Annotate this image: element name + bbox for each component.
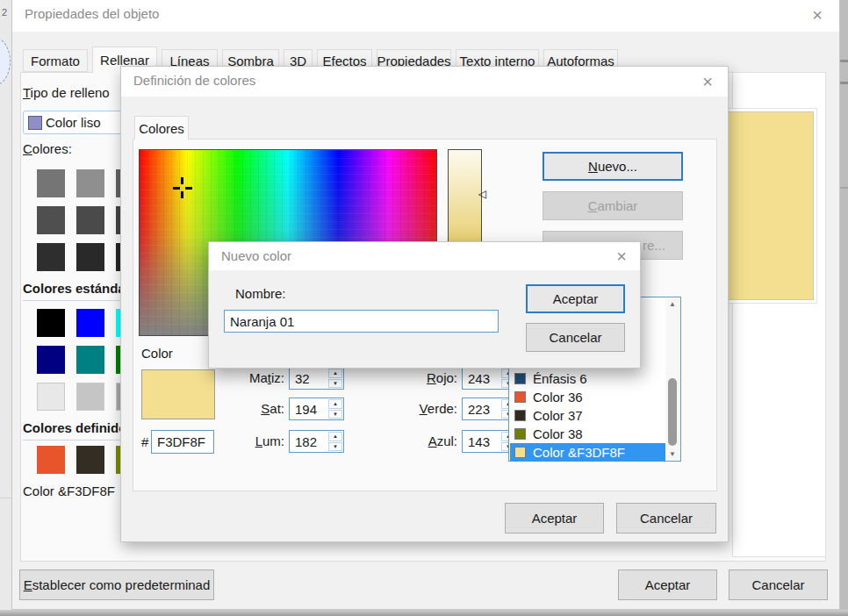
close-icon[interactable]: ×: [698, 73, 717, 90]
defined-colors-heading: Colores definidos: [23, 420, 134, 435]
definition-accept-button[interactable]: Aceptar: [505, 503, 604, 534]
ruler-number: 2: [2, 7, 7, 18]
name-label: Nombre:: [235, 286, 286, 301]
palette-swatch[interactable]: [37, 243, 65, 271]
fill-type-label: Tipo de relleno: [23, 85, 110, 100]
canvas-background-right: [840, 0, 848, 616]
selected-color-name: Color &F3DF8F: [23, 483, 115, 498]
hue-label: Matiz:: [226, 370, 284, 385]
main-cancel-button[interactable]: Cancelar: [729, 569, 828, 600]
color-list-item[interactable]: Color 38: [510, 425, 665, 443]
color-name-input[interactable]: Naranja 01: [224, 310, 499, 333]
saturation-row: Sat: 194 ▲▼: [226, 398, 344, 420]
value-marker-icon: ◁: [478, 189, 486, 199]
main-accept-button[interactable]: Aceptar: [618, 569, 717, 600]
hex-prefix-label: #: [141, 434, 148, 449]
palette-swatch[interactable]: [76, 243, 104, 271]
spin-down-icon[interactable]: ▼: [328, 442, 342, 452]
luminance-spinner: ▲▼: [328, 432, 342, 451]
red-row: Rojo: 243 ▲▼: [399, 367, 517, 390]
color-list-item-selected[interactable]: Color &F3DF8F: [510, 443, 665, 462]
definition-cancel-button[interactable]: Cancelar: [616, 503, 716, 534]
scroll-down-icon[interactable]: ▼: [665, 448, 679, 460]
new-color-cancel-button[interactable]: Cancelar: [526, 323, 625, 352]
color-group-label: Color: [141, 346, 173, 361]
hue-row: Matiz: 32 ▲▼: [226, 367, 344, 390]
standard-swatch[interactable]: [37, 383, 65, 411]
standard-swatch[interactable]: [76, 383, 104, 411]
close-icon[interactable]: ×: [612, 247, 631, 265]
list-swatch: [514, 410, 526, 421]
green-row: Verde: 223 ▲▼: [399, 398, 517, 420]
spin-up-icon[interactable]: ▲: [328, 369, 342, 378]
luminance-label: Lum:: [226, 433, 284, 448]
luminance-row: Lum: 182 ▲▼: [226, 430, 344, 453]
new-color-title: Nuevo color: [221, 248, 291, 263]
list-swatch: [514, 391, 526, 403]
spin-down-icon[interactable]: ▼: [328, 410, 342, 419]
defined-swatch[interactable]: [76, 446, 104, 474]
saturation-spinner: ▲▼: [328, 399, 342, 419]
tab-formato[interactable]: Formato: [23, 49, 88, 72]
screenshot-stage: 2 Propiedades del objeto × Formato Relle…: [0, 0, 848, 616]
propiedades-titlebar[interactable]: Propiedades del objeto ×: [12, 0, 839, 32]
tab-colores[interactable]: Colores: [134, 116, 189, 140]
standard-colors-heading: Colores estándar: [23, 281, 131, 296]
background-mark: [840, 82, 848, 84]
palette-swatch[interactable]: [76, 169, 104, 197]
background-mark: [840, 60, 848, 62]
color-definition-title: Definición de colores: [133, 73, 255, 88]
list-swatch: [514, 447, 526, 458]
standard-swatch[interactable]: [76, 309, 104, 337]
set-default-button[interactable]: Establecer como predeterminad: [19, 569, 214, 600]
scroll-up-icon[interactable]: ▲: [665, 298, 679, 310]
luminance-input[interactable]: 182 ▲▼: [289, 430, 344, 453]
palette-swatch[interactable]: [37, 169, 65, 197]
fill-type-swatch: [28, 116, 42, 130]
fill-preview-swatch: [725, 111, 814, 300]
saturation-input[interactable]: 194 ▲▼: [289, 398, 344, 420]
fill-type-value: Color liso: [46, 115, 101, 130]
list-scrollbar[interactable]: ▲ ▼: [665, 298, 679, 460]
standard-swatch[interactable]: [76, 346, 104, 374]
defined-swatch[interactable]: [37, 446, 65, 474]
palette-swatch[interactable]: [76, 206, 104, 234]
background-divider: [0, 498, 11, 498]
spin-up-icon[interactable]: ▲: [328, 399, 342, 409]
background-mark: [840, 187, 848, 189]
hue-input[interactable]: 32 ▲▼: [289, 367, 344, 390]
canvas-background-bottom: [0, 610, 848, 616]
scrollbar-thumb[interactable]: [668, 378, 677, 446]
colors-label: Colores:: [23, 141, 72, 156]
palette-swatch[interactable]: [37, 206, 65, 234]
propiedades-title: Propiedades del objeto: [25, 6, 159, 21]
new-color-dialog: Nuevo color × Nombre: Naranja 01 Aceptar…: [208, 241, 641, 369]
standard-swatch[interactable]: [37, 309, 65, 337]
color-list-item[interactable]: Color 37: [510, 406, 665, 425]
close-icon[interactable]: ×: [808, 6, 827, 24]
background-shape-ellipse: [0, 37, 11, 86]
new-color-titlebar[interactable]: Nuevo color ×: [209, 242, 640, 270]
spin-up-icon[interactable]: ▲: [328, 432, 342, 441]
saturation-label: Sat:: [226, 401, 284, 416]
color-list-item[interactable]: Color 36: [510, 388, 665, 406]
hue-spinner: ▲▼: [328, 369, 342, 388]
color-definition-titlebar[interactable]: Definición de colores ×: [121, 67, 728, 97]
color-list-item[interactable]: Énfasis 6: [510, 369, 665, 388]
new-color-accept-button[interactable]: Aceptar: [526, 284, 625, 313]
canvas-background-left: 2: [0, 0, 11, 616]
spin-down-icon[interactable]: ▼: [328, 379, 342, 389]
standard-swatch[interactable]: [37, 346, 65, 374]
new-color-button[interactable]: Nuevo...: [543, 152, 683, 181]
hex-input[interactable]: F3DF8F: [151, 430, 214, 454]
list-swatch: [514, 373, 526, 384]
blue-row: Azul: 143 ▲▼: [399, 430, 517, 453]
green-label: Verde:: [399, 401, 457, 416]
current-color-swatch: [141, 369, 215, 419]
change-color-button[interactable]: Cambiar: [543, 191, 683, 220]
list-swatch: [514, 428, 526, 440]
blue-label: Azul:: [399, 433, 457, 448]
red-label: Rojo:: [399, 370, 457, 385]
